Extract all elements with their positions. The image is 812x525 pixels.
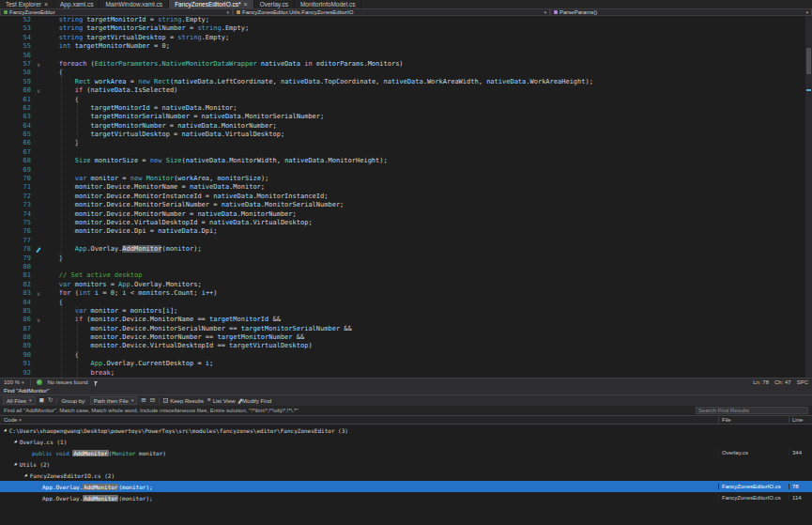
code-line: 57∨ foreach (EditorParameters.NativeMoni… [0,60,812,69]
code-token [43,360,91,367]
zoom-control[interactable]: 100 % ▾ [4,379,24,385]
code-token: nativeData [213,193,253,200]
scope-dropdown[interactable]: All Files ▾ [3,396,36,405]
find-result-row[interactable]: ◢FancyZonesEditorIO.cs (2) [0,470,812,481]
find-results-title-bar[interactable]: Find "AddMonitor" [0,386,812,394]
code-token: { [43,299,63,306]
type-dropdown-label: FancyZonesEditor.Utils.FancyZonesEditorI… [242,9,353,15]
navigation-bar: FancyZonesEditor ▾ FancyZonesEditor.Util… [0,8,812,16]
code-text: foreach (EditorParameters.NativeMonitorD… [43,60,404,69]
tab-fancyzoneseditorio-cs[interactable]: FancyZonesEditorIO.cs*× [169,0,254,8]
group-by-dropdown[interactable]: Path then File ▾ [90,396,138,405]
code-token: Rect [154,78,170,85]
find-result-row[interactable]: ◢Overlay.cs (1) [0,436,812,447]
code-token: ( [86,60,94,68]
find-result-row[interactable]: App.Overlay.AddMonitor(monitor);FancyZon… [0,481,812,492]
list-view-icon: ≡ [207,397,211,404]
fold-margin [34,34,43,42]
line-number: 91 [0,360,34,368]
divider [30,379,31,386]
stop-search-icon[interactable]: ◼ [39,397,44,404]
tab-mainwindow-xaml-cs[interactable]: MainWindow.xaml.cs [100,0,169,8]
list-view-button[interactable]: ≡ List View [207,397,236,404]
collapse-all-icon[interactable]: ⊟ [150,397,155,404]
code-token: .Device.MonitorNumber = [102,210,197,218]
expander-icon[interactable]: ◢ [14,440,17,444]
result-line-cell: 78 [789,484,812,489]
column-header-code[interactable]: Code ▾ [0,417,718,423]
close-icon[interactable]: × [244,1,248,8]
code-token: Monitor [146,175,175,182]
tab-test-explorer[interactable]: Test Explorer× [0,0,54,8]
find-result-row[interactable]: ◢C:\Users\shaopengwang\Desktop\powertoys… [0,425,812,436]
find-result-row[interactable]: App.Overlay.AddMonitor(monitor);FancyZon… [0,492,812,503]
code-token: App [118,281,130,288]
refresh-search-icon[interactable]: ↻ [48,397,53,404]
find-results-search-box[interactable] [696,407,808,414]
close-icon[interactable]: × [44,1,48,8]
code-token: .MonitorSerialNumber; [261,201,345,208]
code-token [43,210,75,218]
health-check-icon[interactable]: ✓ [37,379,42,385]
code-token: Overlay.cs (1) [20,439,68,445]
code-text: targetMonitorSerialNumber = nativeData.M… [43,113,324,121]
code-text: App.Overlay.CurrentDesktop = i; [43,360,213,368]
fold-chevron-icon[interactable]: ∨ [34,289,43,298]
code-token: (monitor); [118,484,152,490]
type-dropdown[interactable]: FancyZonesEditor.Utils.FancyZonesEditorI… [233,8,550,16]
code-token: ( [83,316,90,323]
modify-find-button[interactable]: Modify Find [239,398,272,404]
code-line: 63 targetMonitorSerialNumber = nativeDat… [0,113,812,121]
code-token: nativeData [182,131,222,138]
code-line: 75 monitor.Device.VirtualDesktopId = nat… [0,219,812,227]
code-editor[interactable]: 52 string targetMonitorId = string.Empty… [0,16,812,378]
code-token: .Device.MonitorSerialNumber == [118,325,241,332]
fold-chevron-icon[interactable]: ∨ [34,316,43,324]
find-result-row[interactable]: ◢Utils (2) [0,458,812,470]
find-results-search-input[interactable] [698,408,805,413]
project-icon [4,10,8,14]
tab-app-xaml-cs[interactable]: App.xaml.cs [54,0,100,8]
code-token: targetMonitorSerialNumber [91,113,190,120]
code-line: 80 [0,263,812,271]
filter-icon[interactable] [94,381,98,384]
keep-results-toggle[interactable]: ✓ Keep Results [163,398,204,404]
chevron-down-icon: ▾ [131,398,134,403]
line-number: 85 [0,307,34,316]
expander-icon[interactable]: ◢ [24,473,27,478]
column-header-line[interactable]: Line [789,417,812,423]
fold-margin [34,325,43,333]
expander-icon[interactable]: ◢ [14,462,17,467]
expander-icon[interactable]: ◢ [4,428,7,433]
fold-chevron-icon[interactable]: ∨ [34,86,43,95]
modify-find-label: Modify Find [242,398,271,404]
editor-vertical-scrollbar[interactable] [805,16,812,378]
code-token: .Device.VirtualDesktopId == [118,342,229,349]
result-text-cell: public void AddMonitor(Monitor monitor) [0,450,718,456]
code-line: 85 var monitor = monitors[i]; [0,307,812,316]
code-token [43,175,75,182]
code-token: monitor [75,227,103,235]
code-token: NativeMonitorDataWrapper [161,60,256,68]
tab-monitorinfomodel-cs[interactable]: MonitorInfoModel.cs [295,0,362,8]
column-header-file[interactable]: File [718,417,789,423]
code-token [43,219,75,226]
fold-margin [34,193,43,201]
code-text: App.Overlay.AddMonitor(monitor); [43,245,202,254]
code-token: monitor [75,183,103,191]
find-result-row[interactable]: public void AddMonitor(Monitor monitor)O… [0,447,812,458]
scrollbar-thumb[interactable] [806,48,811,74]
code-line: 86∨ if (monitor.Device.MonitorName == ta… [0,316,812,324]
code-token [43,227,75,235]
code-text: monitor.Device.Dpi = nativeData.Dpi; [43,227,217,236]
code-token: < [127,289,139,297]
fold-chevron-icon[interactable]: ∨ [34,60,43,69]
tab-label: Overlay.cs [260,1,288,8]
code-token: = [186,24,198,32]
project-dropdown[interactable]: FancyZonesEditor ▾ [0,8,233,16]
line-indicator: Ln: 78 [753,379,769,385]
tab-overlay-cs[interactable]: Overlay.cs [254,0,295,8]
code-token: for [59,289,71,297]
member-dropdown[interactable]: ParseParams() ▾ [550,8,812,16]
expand-all-icon[interactable]: ⊞ [141,397,146,404]
